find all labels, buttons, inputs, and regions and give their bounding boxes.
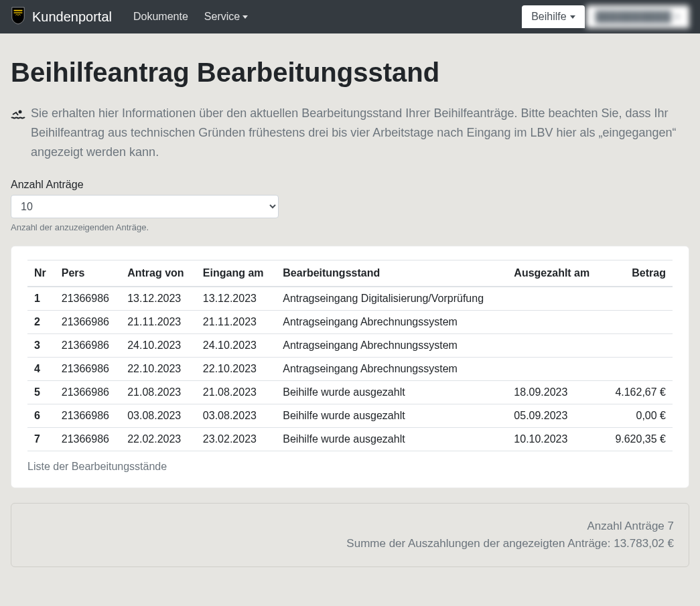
cell-bearbeitungsstand: Beihilfe wurde ausgezahlt — [276, 428, 507, 451]
page-title: Beihilfeantrag Bearbeitungsstand — [11, 58, 689, 88]
cell-pers: 21366986 — [55, 381, 121, 404]
cell-pers: 21366986 — [55, 311, 121, 334]
col-eingang-am: Eingang am — [196, 260, 276, 287]
cell-pers: 21366986 — [55, 287, 121, 311]
cell-bearbeitungsstand: Antragseingang Abrechnungssystem — [276, 311, 507, 334]
nav-service[interactable]: Service — [196, 5, 256, 28]
cell-antrag-von: 22.10.2023 — [121, 358, 196, 381]
cell-eingang-am: 13.12.2023 — [196, 287, 276, 311]
table-row: 32136698624.10.202324.10.2023Antragseing… — [27, 334, 673, 358]
table-header-row: Nr Pers Antrag von Eingang am Bearbeitun… — [27, 260, 673, 287]
table-row: 62136698603.08.202303.08.2023Beihilfe wu… — [27, 404, 673, 428]
cell-betrag — [604, 311, 673, 334]
cell-antrag-von: 22.02.2023 — [121, 428, 196, 451]
cell-pers: 21366986 — [55, 404, 121, 428]
filter-help: Anzahl der anzuzeigenden Anträge. — [11, 222, 689, 232]
cell-nr: 4 — [27, 358, 55, 381]
cell-pers: 21366986 — [55, 334, 121, 358]
status-table: Nr Pers Antrag von Eingang am Bearbeitun… — [27, 260, 673, 451]
svg-rect-1 — [14, 12, 23, 13]
count-select[interactable]: 10 — [11, 195, 279, 218]
table-footer: Liste der Bearbeitungsstände — [27, 461, 673, 473]
cell-ausgezahlt-am: 10.10.2023 — [507, 428, 603, 451]
summary-sum: Summe der Auszahlungen der angezeigten A… — [26, 537, 674, 550]
table-row: 72136698622.02.202323.02.2023Beihilfe wu… — [27, 428, 673, 451]
svg-rect-0 — [14, 10, 23, 11]
cell-pers: 21366986 — [55, 428, 121, 451]
cell-ausgezahlt-am — [507, 358, 603, 381]
cell-ausgezahlt-am — [507, 334, 603, 358]
cell-nr: 1 — [27, 287, 55, 311]
table-row: 12136698613.12.202313.12.2023Antragseing… — [27, 287, 673, 311]
chevron-down-icon — [570, 15, 575, 19]
filter-group: Anzahl Anträge 10 Anzahl der anzuzeigend… — [11, 179, 689, 232]
col-nr: Nr — [27, 260, 55, 287]
cell-nr: 5 — [27, 381, 55, 404]
cell-antrag-von: 21.08.2023 — [121, 381, 196, 404]
cell-bearbeitungsstand: Antragseingang Abrechnungssystem — [276, 358, 507, 381]
table-row: 52136698621.08.202321.08.2023Beihilfe wu… — [27, 381, 673, 404]
cell-betrag: 0,00 € — [604, 404, 673, 428]
col-pers: Pers — [55, 260, 121, 287]
cell-ausgezahlt-am: 18.09.2023 — [507, 381, 603, 404]
cell-eingang-am: 21.11.2023 — [196, 311, 276, 334]
cell-nr: 6 — [27, 404, 55, 428]
table-row: 22136698621.11.202321.11.2023Antragseing… — [27, 311, 673, 334]
cell-betrag: 9.620,35 € — [604, 428, 673, 451]
intro-text: Sie erhalten hier Informationen über den… — [31, 104, 689, 161]
cell-nr: 3 — [27, 334, 55, 358]
cell-antrag-von: 13.12.2023 — [121, 287, 196, 311]
svg-point-2 — [19, 110, 22, 114]
intro-block: Sie erhalten hier Informationen über den… — [11, 104, 689, 161]
cell-bearbeitungsstand: Antragseingang Digitalisierung/Vorprüfun… — [276, 287, 507, 311]
cell-ausgezahlt-am: 05.09.2023 — [507, 404, 603, 428]
main-content: Beihilfeantrag Bearbeitungsstand Sie erh… — [0, 33, 700, 587]
chevron-down-icon — [242, 15, 248, 19]
table-row: 42136698622.10.202322.10.2023Antragseing… — [27, 358, 673, 381]
tab-label: Beihilfe — [531, 11, 566, 23]
cell-ausgezahlt-am — [507, 311, 603, 334]
cell-nr: 7 — [27, 428, 55, 451]
cell-antrag-von: 24.10.2023 — [121, 334, 196, 358]
navbar-brand[interactable]: Kundenportal — [11, 6, 112, 27]
brand-text: Kundenportal — [32, 9, 112, 25]
summary-count: Anzahl Anträge 7 — [26, 520, 674, 533]
cell-eingang-am: 21.08.2023 — [196, 381, 276, 404]
cell-eingang-am: 23.02.2023 — [196, 428, 276, 451]
cell-eingang-am: 24.10.2023 — [196, 334, 276, 358]
cell-eingang-am: 22.10.2023 — [196, 358, 276, 381]
cell-ausgezahlt-am — [507, 287, 603, 311]
cell-eingang-am: 03.08.2023 — [196, 404, 276, 428]
summary-card: Anzahl Anträge 7 Summe der Auszahlungen … — [11, 503, 689, 567]
cell-bearbeitungsstand: Antragseingang Abrechnungssystem — [276, 334, 507, 358]
cell-antrag-von: 03.08.2023 — [121, 404, 196, 428]
swimming-icon — [11, 106, 25, 126]
cell-betrag: 4.162,67 € — [604, 381, 673, 404]
cell-antrag-von: 21.11.2023 — [121, 311, 196, 334]
cell-bearbeitungsstand: Beihilfe wurde ausgezahlt — [276, 381, 507, 404]
cell-betrag — [604, 334, 673, 358]
col-betrag: Betrag — [604, 260, 673, 287]
tab-user[interactable]: ██████████ — [586, 5, 689, 28]
cell-bearbeitungsstand: Beihilfe wurde ausgezahlt — [276, 404, 507, 428]
tab-beihilfe[interactable]: Beihilfe — [522, 5, 584, 28]
nav-right: Beihilfe ██████████ — [522, 5, 689, 28]
cell-nr: 2 — [27, 311, 55, 334]
nav-label: Service — [204, 11, 240, 23]
table-card: Nr Pers Antrag von Eingang am Bearbeitun… — [11, 246, 689, 488]
tab-label: ██████████ — [596, 11, 671, 23]
cell-betrag — [604, 358, 673, 381]
cell-betrag — [604, 287, 673, 311]
col-antrag-von: Antrag von — [121, 260, 196, 287]
navbar: Kundenportal Dokumente Service Beihilfe … — [0, 0, 700, 33]
chevron-down-icon — [675, 15, 680, 19]
state-crest-icon — [11, 6, 25, 27]
col-ausgezahlt-am: Ausgezahlt am — [507, 260, 603, 287]
filter-label: Anzahl Anträge — [11, 179, 689, 191]
col-bearbeitungsstand: Bearbeitungsstand — [276, 260, 507, 287]
cell-pers: 21366986 — [55, 358, 121, 381]
nav-label: Dokumente — [133, 11, 188, 23]
nav-dokumente[interactable]: Dokumente — [125, 5, 196, 28]
